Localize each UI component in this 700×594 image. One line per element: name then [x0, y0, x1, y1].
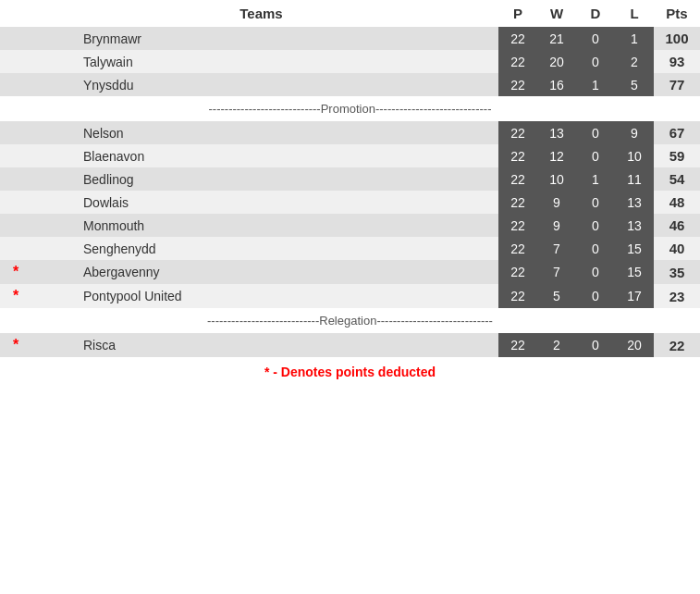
team-name: Nelson	[28, 121, 498, 144]
pts-cell: 54	[654, 167, 700, 191]
p-cell: 22	[498, 284, 537, 308]
w-header: W	[537, 0, 576, 27]
team-name: Risca	[28, 333, 498, 357]
d-cell: 0	[576, 191, 615, 214]
p-cell: 22	[498, 27, 537, 50]
pts-cell: 100	[654, 27, 700, 50]
pts-cell: 22	[654, 333, 700, 357]
p-cell: 22	[498, 167, 537, 191]
footnote: * - Denotes points deducted	[0, 357, 700, 385]
relegation-separator: ----------------------------Relegation--…	[0, 308, 700, 333]
w-cell: 7	[537, 260, 576, 284]
pts-cell: 35	[654, 260, 700, 284]
asterisk-cell	[0, 167, 28, 191]
asterisk-cell	[0, 121, 28, 144]
asterisk-cell	[0, 214, 28, 237]
l-cell: 17	[615, 284, 654, 308]
w-cell: 5	[537, 284, 576, 308]
p-cell: 22	[498, 121, 537, 144]
asterisk-header-col	[0, 0, 28, 27]
p-cell: 22	[498, 73, 537, 96]
teams-header: Teams	[28, 0, 498, 27]
d-cell: 0	[576, 237, 615, 260]
asterisk-cell	[0, 73, 28, 96]
d-cell: 0	[576, 121, 615, 144]
pts-cell: 40	[654, 237, 700, 260]
asterisk-cell: *	[0, 333, 28, 357]
pts-cell: 23	[654, 284, 700, 308]
asterisk-cell	[0, 50, 28, 73]
d-cell: 1	[576, 73, 615, 96]
l-cell: 15	[615, 260, 654, 284]
p-cell: 22	[498, 333, 537, 357]
p-cell: 22	[498, 214, 537, 237]
w-cell: 21	[537, 27, 576, 50]
pts-cell: 93	[654, 50, 700, 73]
pts-cell: 48	[654, 191, 700, 214]
pts-cell: 67	[654, 121, 700, 144]
pts-cell: 77	[654, 73, 700, 96]
d-cell: 0	[576, 260, 615, 284]
w-cell: 9	[537, 191, 576, 214]
d-cell: 0	[576, 50, 615, 73]
d-cell: 0	[576, 333, 615, 357]
team-name: Ynysddu	[28, 73, 498, 96]
l-cell: 10	[615, 144, 654, 167]
l-cell: 9	[615, 121, 654, 144]
l-cell: 2	[615, 50, 654, 73]
team-name: Bedlinog	[28, 167, 498, 191]
pts-header: Pts	[654, 0, 700, 27]
team-name: Abergavenny	[28, 260, 498, 284]
d-cell: 0	[576, 27, 615, 50]
p-header: P	[498, 0, 537, 27]
promotion-separator: ----------------------------Promotion---…	[0, 96, 700, 121]
d-cell: 0	[576, 214, 615, 237]
p-cell: 22	[498, 260, 537, 284]
team-name: Senghenydd	[28, 237, 498, 260]
l-cell: 11	[615, 167, 654, 191]
l-cell: 13	[615, 214, 654, 237]
p-cell: 22	[498, 191, 537, 214]
asterisk-cell	[0, 144, 28, 167]
asterisk-cell: *	[0, 284, 28, 308]
w-cell: 9	[537, 214, 576, 237]
pts-cell: 59	[654, 144, 700, 167]
asterisk-cell	[0, 191, 28, 214]
team-name: Dowlais	[28, 191, 498, 214]
team-name: Monmouth	[28, 214, 498, 237]
league-table: Teams P W D L Pts Brynmawr222101100Talyw…	[0, 0, 700, 385]
d-header: D	[576, 0, 615, 27]
w-cell: 20	[537, 50, 576, 73]
w-cell: 7	[537, 237, 576, 260]
asterisk-cell: *	[0, 260, 28, 284]
d-cell: 0	[576, 144, 615, 167]
team-name: Pontypool United	[28, 284, 498, 308]
p-cell: 22	[498, 144, 537, 167]
team-name: Talywain	[28, 50, 498, 73]
p-cell: 22	[498, 237, 537, 260]
w-cell: 12	[537, 144, 576, 167]
asterisk-cell	[0, 237, 28, 260]
team-name: Brynmawr	[28, 27, 498, 50]
d-cell: 1	[576, 167, 615, 191]
l-cell: 13	[615, 191, 654, 214]
w-cell: 16	[537, 73, 576, 96]
asterisk-cell	[0, 27, 28, 50]
team-name: Blaenavon	[28, 144, 498, 167]
pts-cell: 46	[654, 214, 700, 237]
l-cell: 15	[615, 237, 654, 260]
w-cell: 13	[537, 121, 576, 144]
l-cell: 5	[615, 73, 654, 96]
p-cell: 22	[498, 50, 537, 73]
l-cell: 20	[615, 333, 654, 357]
w-cell: 10	[537, 167, 576, 191]
l-header: L	[615, 0, 654, 27]
l-cell: 1	[615, 27, 654, 50]
d-cell: 0	[576, 284, 615, 308]
w-cell: 2	[537, 333, 576, 357]
